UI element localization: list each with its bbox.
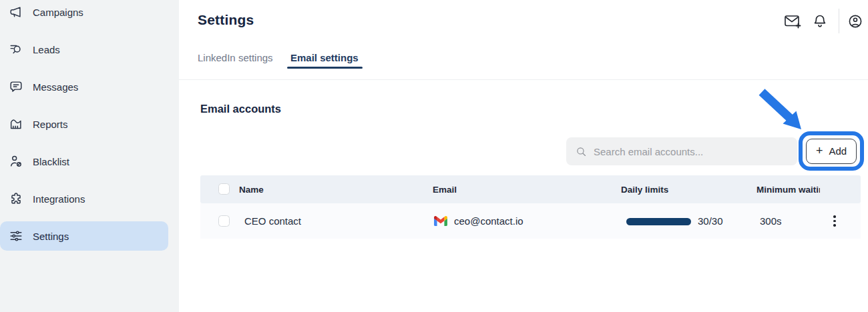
sidebar-item-integrations[interactable]: Integrations [0, 184, 168, 213]
add-button-label: Add [829, 145, 847, 157]
daily-limit-value: 30/30 [698, 203, 723, 239]
megaphone-icon [9, 5, 23, 19]
tab-linkedin-settings[interactable]: LinkedIn settings [198, 52, 273, 63]
row-checkbox[interactable] [218, 215, 230, 227]
app-window: Campaigns Leads Messages Reports Blackli… [0, 0, 868, 312]
column-header-name: Name [239, 175, 264, 203]
account-name: CEO contact [244, 203, 301, 239]
sidebar-item-label: Campaigns [33, 7, 83, 18]
sidebar-item-leads[interactable]: Leads [0, 35, 168, 64]
column-header-email: Email [433, 175, 457, 203]
account-email: ceo@contact.io [454, 203, 523, 239]
sidebar-item-label: Reports [33, 119, 68, 130]
search-box [566, 137, 797, 165]
table-header: Name Email Daily limits Minimum waiting [200, 175, 861, 203]
sidebar-item-blacklist[interactable]: Blacklist [0, 147, 168, 176]
table-row[interactable]: CEO contact ceo@contact.io 30/30 300s [200, 203, 861, 239]
gmail-icon [434, 203, 447, 239]
search-input[interactable] [594, 137, 797, 165]
main-content: Settings LinkedIn settings Email setting… [179, 0, 868, 312]
add-button[interactable]: + Add [806, 139, 857, 164]
column-header-minimum-waiting: Minimum waiting [756, 175, 820, 203]
search-icon [576, 146, 587, 157]
plus-icon: + [816, 145, 823, 157]
sidebar-item-label: Messages [33, 81, 78, 93]
daily-limit-progress-bar [626, 218, 691, 225]
sidebar-item-label: Integrations [33, 193, 85, 205]
minimum-waiting-value: 300s [760, 203, 782, 239]
sidebar-item-settings[interactable]: Settings [0, 221, 168, 251]
header-divider [179, 79, 868, 80]
tab-email-settings[interactable]: Email settings [290, 52, 359, 63]
annotation-arrow-icon [754, 88, 808, 133]
active-tab-underline [287, 67, 363, 69]
sidebar-item-reports[interactable]: Reports [0, 109, 168, 139]
sidebar-item-messages[interactable]: Messages [0, 72, 168, 101]
sidebar: Campaigns Leads Messages Reports Blackli… [0, 0, 179, 312]
topbar-divider [839, 9, 839, 33]
row-actions-kebab-icon[interactable] [829, 203, 840, 239]
sidebar-item-label: Blacklist [33, 156, 69, 167]
user-avatar-icon[interactable] [847, 13, 863, 29]
sidebar-item-campaigns[interactable]: Campaigns [0, 0, 168, 27]
chart-icon [9, 117, 23, 131]
annotation-highlight-box: + Add [799, 131, 864, 171]
bell-icon[interactable] [812, 13, 828, 30]
column-header-daily-limits: Daily limits [621, 175, 668, 203]
section-title: Email accounts [200, 103, 281, 115]
mail-plus-icon[interactable] [784, 13, 802, 30]
page-title: Settings [198, 12, 254, 28]
leads-search-icon [9, 42, 23, 57]
puzzle-icon [9, 191, 23, 206]
sliders-icon [9, 229, 23, 243]
blocked-user-icon [9, 154, 23, 169]
sidebar-item-label: Leads [33, 44, 60, 55]
sidebar-item-label: Settings [33, 231, 69, 242]
select-all-checkbox[interactable] [218, 183, 230, 195]
message-bubble-icon [9, 79, 23, 94]
